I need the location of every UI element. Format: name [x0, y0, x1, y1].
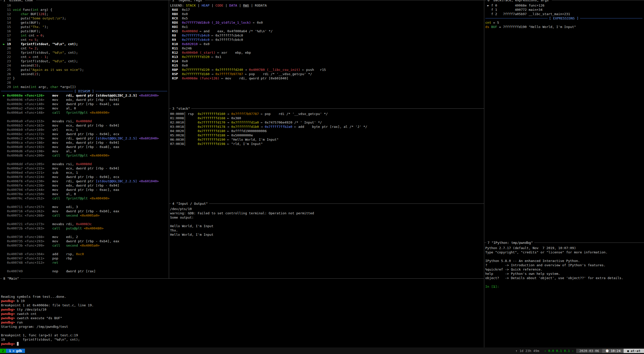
terminal-line: 0x40070a <func+250> mov al, 0 — [1, 192, 167, 196]
terminal-line: Hello World, I'm Input — [170, 232, 482, 237]
terminal-line: 05:0028│ 0x7fffffffd188 ← 0x50000000e — [170, 133, 482, 137]
uptime-indicator: ↑ 1d 23h 49m — [513, 349, 542, 353]
pane-ipython[interactable]: 7 "IPython: tmp/pwndbg" Python 2.7.17 (d… — [484, 243, 644, 347]
terminal-line: Thx. — [170, 228, 482, 232]
gdb-console-listing: Reading symbols from test...done.pwndbg>… — [1, 282, 482, 346]
terminal-line: 0x4006d8 <func+200> call fprintf@plt <0x… — [1, 153, 167, 158]
status-date: 2020-03-06 — [576, 349, 602, 353]
terminal-line: pwndbg> cwatch execute "ds BUF" — [1, 316, 482, 320]
terminal-line: 0x400704 <func+244> mov dword ptr [rbp -… — [1, 188, 167, 192]
terminal-line: 28 — [1, 80, 167, 85]
terminal-line — [1, 290, 482, 294]
terminal-line: 0x4006dd <func+205> movabs rsi, 0x40080d — [1, 162, 167, 166]
terminal-line: RBP 0x7fffffffd220 → 0x7fffffffd240 → 0x… — [170, 68, 482, 72]
terminal-line: 0x40069c <func+140> mov dword ptr [rbp -… — [1, 102, 167, 106]
terminal-line: 12 char BUF[128]; — [1, 12, 167, 16]
terminal-line: help -> Python's own help system. — [485, 272, 642, 276]
pane-title-input-output: 4 "Input / Output" — [171, 201, 209, 206]
source-listing: 10 11 void func(int arg) { 12 char BUF[1… — [1, 3, 167, 89]
terminal-line: 0x4006bc <func+172> mov dword ptr [rbp -… — [1, 132, 167, 136]
terminal-line: R11 0x246 — [170, 46, 482, 50]
terminal-line: 0x4006b9 <func+169> shl ecx, 1 — [1, 128, 167, 132]
terminal-line: 0x40073b <func+299> call second <0x4005a… — [1, 243, 167, 248]
terminal-line: RIP 0x40068e (func+126) ← mov rdi, qword… — [170, 76, 482, 80]
window-separator: > — [13, 349, 15, 353]
terminal-line: 0x4006a2 <func+146> mov al, 0 — [1, 106, 167, 110]
terminal-line — [1, 282, 482, 286]
io-listing: /dev/pts/10warning: GDB: Failed to set c… — [170, 207, 482, 237]
ipython-listing: Python 2.7.17 (default, Nov 7 2019, 10:0… — [485, 246, 642, 289]
terminal-line: 00:0000│ rsp 0x7fffffffd160 → 0x7ffff7b9… — [170, 112, 482, 116]
terminal-line: ► 19 fprintf(stdout, "%d\n", cnt); — [1, 42, 167, 46]
pane-backtrace-expressions[interactable]: 6 "backtrace, expressions, args" ► f 0 4… — [484, 0, 644, 243]
terminal-line: 02:0010│ 0x7fffffffd170 → 0x7fffffffd1a0… — [170, 120, 482, 125]
tmux-session-badge[interactable]: 2 — [0, 349, 6, 353]
terminal-line — [1, 158, 167, 162]
terminal-line: 0x4006fe <func+238> mov edx, dword ptr [… — [1, 183, 167, 188]
terminal-line: R12 0x4004b0 (_start) ← xor ebp, ebp — [170, 50, 482, 55]
disasm-divider: [ DISASM ] — [1, 89, 167, 93]
window-name: gdb — [16, 349, 22, 353]
terminal-line: 11 void func(int arg) { — [1, 8, 167, 12]
terminal-line: R14 0x0 — [170, 59, 482, 63]
terminal-line — [485, 280, 642, 284]
stack-listing: 00:0000│ rsp 0x7fffffffd160 → 0x7ffff7b9… — [170, 112, 482, 146]
terminal-line: 0x4006ca <func+186> mov edx, dword ptr [… — [1, 140, 167, 145]
terminal-line: 17 int cnt = 0; — [1, 33, 167, 38]
terminal-line: 0x400696 <func+134> mov edx, dword ptr [… — [1, 98, 167, 102]
terminal-line: 07:0038│ 0x7fffffffd198 ← "rld, I'm Inpu… — [170, 142, 482, 146]
terminal-line: 0x4006a4 <func+148> call fprintf@plt <0x… — [1, 110, 167, 115]
status-left: 2 1>gdb — [0, 347, 25, 354]
pane-title-ipython: 7 "IPython: tmp/pwndbg" — [486, 241, 534, 245]
pane-title-stack: 3 "stack" — [171, 106, 191, 111]
terminal-line: 15 puts("Thx. "); — [1, 25, 167, 29]
terminal-line: 22 cnt = cnt - 1; — [1, 55, 167, 59]
uptime-icon: ↑ — [516, 349, 518, 353]
expressions-divider: [ EXPRESSIONS ] — [485, 16, 642, 20]
pane-input-output[interactable]: 4 "Input / Output" /dev/pts/10warning: G… — [169, 203, 484, 278]
terminal-line: LEGEND: STACK | HEAP | CODE | DATA | RWX… — [170, 3, 482, 8]
pane-disasm-code[interactable]: 1 "disasm, code" 10 11 void func(int arg… — [0, 0, 169, 278]
terminal-line: 0x4006d6 <func+198> mov al, 0 — [1, 149, 167, 153]
terminal-line: Type "copyright", "credits" or "license"… — [485, 250, 642, 254]
terminal-line: pwndbg> run — [1, 320, 482, 324]
terminal-line: Reading symbols from test...done. — [1, 294, 482, 299]
tmux-window-tab-gdb[interactable]: 1>gdb — [6, 349, 25, 353]
terminal-line: In [1]: — [485, 284, 642, 289]
terminal-line: 0x400748 <func+312> ret — [1, 260, 167, 265]
terminal-line — [170, 220, 482, 224]
hostname-value: at-at — [631, 349, 640, 353]
terminal-line: %quickref -> Quick reference. — [485, 267, 642, 272]
terminal-line: 0x400735 <func+293> mov dword ptr [rbp -… — [1, 239, 167, 243]
disasm-divider-label: [ DISASM ] — [74, 89, 94, 93]
backtrace-listing: ► f 0 40068e func+126 f 1 400772 main+34… — [485, 3, 642, 16]
terminal-line: 0x400711 <func+257> mov edi, 3 — [1, 205, 167, 209]
terminal-line: warning: GDB: Failed to set controlling … — [170, 211, 482, 215]
terminal-line — [1, 200, 167, 205]
terminal-line: pwndbg> cwatch cnt — [1, 312, 482, 316]
terminal-line: R9 0x7ffff7fcb4c0 ← 0x7ffff7fcb4c0 — [170, 38, 482, 42]
load-values: 0.0 0.1 0.1 — [548, 349, 570, 353]
pane-main-gdb[interactable]: 8 "Main" Reading symbols from test...don… — [0, 278, 484, 347]
terminal-line: RCX 0x5 — [170, 16, 482, 20]
terminal-line: 0x400740 <func+304> add rsp, 0xc0 — [1, 252, 167, 256]
clock-icon: ⌚ — [605, 349, 609, 353]
terminal-line: 20 cnt *= 2; — [1, 46, 167, 50]
terminal-line — [1, 218, 167, 222]
terminal-line: 16 puts(BUF); — [1, 29, 167, 33]
load-average: ‹ 0.0 0.1 0.1 › — [542, 349, 576, 353]
pane-title-main: 8 "Main" — [2, 276, 20, 281]
terminal-line: cnt = 5 — [485, 20, 642, 25]
terminal-line: 0x4006e7 <func+215> mov ecx, dword ptr [… — [1, 166, 167, 170]
terminal-line: 29 int main(int argc, char *argv[]) — [1, 85, 167, 89]
terminal-line: pwndbg> b 19 — [1, 299, 482, 303]
terminal-line: 0x4006b3 <func+163> mov ecx, dword ptr [… — [1, 123, 167, 128]
terminal-line: 0x40070c <func+252> call fprintf@plt <0x… — [1, 196, 167, 200]
terminal-line: R13 0x7fffffffd320 ← 0x1 — [170, 55, 482, 59]
terminal-line — [1, 329, 482, 333]
pane-title-legend-regs: 2 "legend, regs" — [171, 0, 205, 2]
terminal-line: R15 0x0 — [170, 63, 482, 68]
pane-legend-regs[interactable]: 2 "legend, regs" LEGEND: STACK | HEAP | … — [169, 0, 484, 108]
pane-stack[interactable]: 3 "stack" 00:0000│ rsp 0x7fffffffd160 → … — [169, 108, 484, 203]
terminal-line: RDX 0x7ffff7dd18c0 (_IO_stdfile_1_lock) … — [170, 20, 482, 25]
